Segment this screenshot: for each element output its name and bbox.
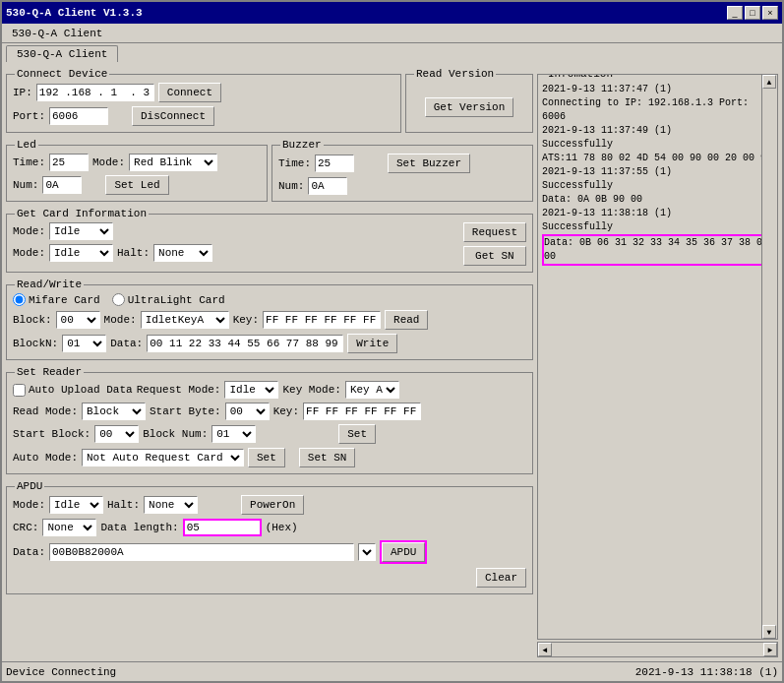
apdu-label: APDU (15, 480, 44, 492)
scroll-left-button[interactable]: ◄ (538, 643, 552, 656)
blockn-select[interactable]: 0102 (62, 335, 106, 352)
apdu-data-input[interactable] (49, 543, 354, 561)
status-bar: Device Connecting 2021-9-13 11:38:18 (1) (2, 661, 782, 681)
rw-data-label: Data: (110, 338, 143, 349)
request-button[interactable]: Request (463, 222, 526, 242)
ip-label: IP: (13, 87, 32, 98)
apdu-data-select[interactable] (358, 543, 376, 561)
rw-key-input[interactable] (263, 311, 381, 329)
apdu-halt-select[interactable]: NoneHalt (144, 496, 198, 514)
info-line-10-highlight: Data: 0B 06 31 32 33 34 35 36 37 38 00 0… (542, 234, 773, 266)
rw-key-label: Key: (233, 314, 259, 326)
rw-mode-select[interactable]: IdletKeyAIdletKeyB (141, 311, 229, 329)
apdu-mode-label: Mode: (13, 499, 45, 511)
buzzer-num-input[interactable] (308, 177, 347, 195)
scroll-down-button[interactable]: ▼ (762, 625, 776, 639)
info-line-5: 2021-9-13 11:37:55 (1) (542, 165, 773, 179)
port-input[interactable] (49, 107, 108, 125)
auto-mode-select[interactable]: Not Auto Request CardAuto Request Card (82, 449, 244, 466)
gc-mode1-label: Mode: (13, 225, 45, 237)
start-block-label: Start Block: (13, 428, 90, 440)
scroll-track (762, 89, 777, 625)
tab-client[interactable]: 530-Q-A Client (6, 45, 118, 62)
apdu-halt-label: Halt: (107, 499, 140, 511)
scroll-up-button[interactable]: ▲ (762, 75, 776, 89)
start-block-select[interactable]: 0001 (94, 425, 139, 443)
minimize-button[interactable]: _ (727, 6, 743, 20)
start-byte-select[interactable]: 0001 (225, 403, 270, 420)
led-mode-label: Mode: (92, 156, 125, 168)
led-num-input[interactable] (42, 176, 82, 194)
info-line-10: Data: 0B 06 31 32 33 34 35 36 37 38 00 0… (544, 237, 768, 262)
key-mode-select[interactable]: Key AKey B (345, 381, 399, 399)
set-button[interactable]: Set (338, 424, 376, 444)
clear-button[interactable]: Clear (476, 568, 526, 588)
scroll-right-button[interactable]: ► (763, 643, 777, 656)
scrollbar: ▲ ▼ (761, 75, 777, 639)
buzzer-time-input[interactable] (315, 155, 354, 172)
h-scrollbar: ◄ ► (537, 642, 778, 657)
ip-input[interactable] (36, 84, 154, 101)
apdu-mode-select[interactable]: IdleActive (49, 496, 103, 514)
ultralight-radio[interactable] (112, 293, 125, 306)
set-sn-button[interactable]: Set SN (299, 448, 356, 467)
apdu-button[interactable]: APDU (382, 542, 425, 562)
right-panel: Infomation 2021-9-13 11:37:47 (1) Connec… (537, 66, 778, 657)
info-line-4: ATS:11 78 80 02 4D 54 00 90 00 20 00 9 (542, 152, 773, 165)
port-label: Port: (13, 110, 45, 122)
set-reader-label: Set Reader (15, 366, 84, 378)
sr-key-input[interactable] (303, 403, 421, 420)
read-mode-select[interactable]: BlockSector (82, 403, 146, 420)
connect-device-group: Connect Device IP: Connect Port: DisConn… (6, 74, 401, 133)
gc-mode1-select[interactable]: IdleActive (49, 222, 113, 240)
set-buzzer-button[interactable]: Set Buzzer (388, 154, 470, 173)
start-byte-label: Start Byte: (150, 405, 221, 417)
get-version-button[interactable]: Get Version (425, 97, 514, 117)
maximize-button[interactable]: □ (745, 6, 760, 20)
close-button[interactable]: × (762, 6, 778, 20)
set-led-button[interactable]: Set Led (105, 175, 168, 195)
top-row: Connect Device IP: Connect Port: DisConn… (6, 66, 533, 133)
read-mode-label: Read Mode: (13, 405, 78, 417)
info-line-3: Successfully (542, 138, 773, 152)
info-line-1: Connecting to IP: 192.168.1.3 Port: 6006 (542, 96, 773, 124)
rw-data-input[interactable] (147, 335, 343, 352)
led-num-label: Num: (13, 179, 38, 191)
crc-select[interactable]: NoneCRC (42, 519, 96, 536)
block-select[interactable]: 000102 (56, 311, 100, 329)
buzzer-num-label: Num: (278, 180, 304, 192)
power-on-button[interactable]: PowerOn (241, 495, 304, 515)
read-button[interactable]: Read (385, 310, 428, 330)
sr-key-label: Key: (273, 405, 299, 417)
apdu-data-label: Data: (13, 546, 45, 558)
left-panel: Connect Device IP: Connect Port: DisConn… (6, 66, 533, 657)
info-label: Infomation (546, 74, 615, 80)
data-length-label: Data length: (100, 522, 178, 533)
request-mode-select[interactable]: IdleActive (224, 381, 278, 399)
gc-halt-select[interactable]: NoneHalt (153, 244, 212, 262)
disconnect-button[interactable]: DisConnect (132, 106, 214, 126)
info-line-7: Data: 0A 0B 90 00 (542, 193, 773, 207)
led-mode-select[interactable]: Red Blink Green Blink Off On (129, 154, 217, 171)
write-button[interactable]: Write (347, 334, 397, 353)
set2-button[interactable]: Set (248, 448, 285, 467)
status-left: Device Connecting (6, 666, 116, 678)
block-num-select[interactable]: 0102 (211, 425, 256, 443)
info-line-8: 2021-9-13 11:38:18 (1) (542, 207, 773, 220)
mifare-radio-label[interactable]: Mifare Card (13, 293, 100, 306)
connect-button[interactable]: Connect (158, 83, 221, 102)
gc-mode2-label: Mode: (13, 247, 45, 259)
info-line-6: Successfully (542, 179, 773, 193)
auto-upload-label[interactable]: Auto Upload Data (13, 384, 133, 397)
data-length-input[interactable] (183, 519, 262, 536)
led-time-input[interactable] (49, 154, 89, 171)
mifare-radio[interactable] (13, 293, 26, 306)
menu-item-client[interactable]: 530-Q-A Client (6, 26, 108, 41)
get-sn-button[interactable]: Get SN (463, 246, 526, 266)
led-group: Led Time: Mode: Red Blink Green Blink Of… (6, 145, 268, 202)
led-label: Led (15, 139, 38, 151)
auto-upload-checkbox[interactable] (13, 384, 26, 397)
rw-mode-label: Mode: (104, 314, 137, 326)
gc-mode2-select[interactable]: IdleActive (49, 244, 113, 262)
ultralight-radio-label[interactable]: UltraLight Card (112, 293, 225, 306)
